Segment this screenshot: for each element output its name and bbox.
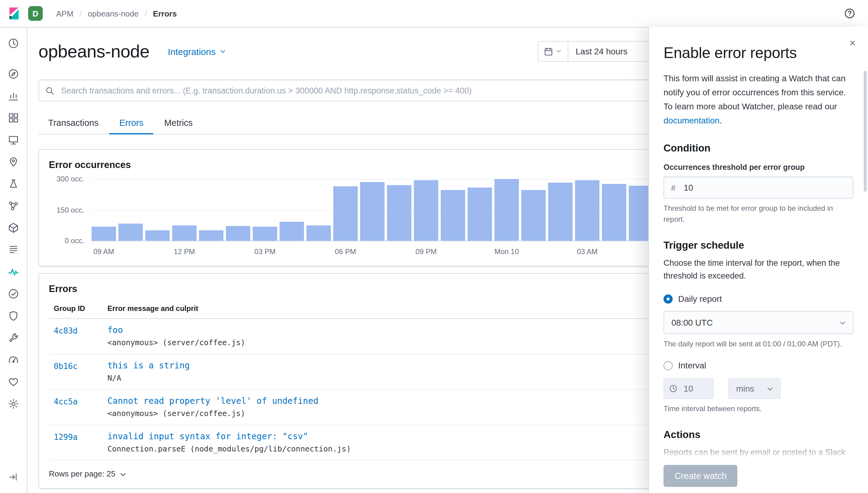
page-title: opbeans-node [39,40,150,63]
rows-per-page-label: Rows per page: 25 [49,469,115,478]
breadcrumb: APM / opbeans-node / Errors [56,9,177,18]
chart-x-axis: 09 AM12 PM03 PM06 PM09 PMMon 1003 AM [92,245,663,257]
rows-per-page-button[interactable]: Rows per page: 25 [49,460,126,478]
dashboard-icon[interactable] [2,107,24,129]
infrastructure-icon[interactable] [2,217,24,239]
error-group-link[interactable]: 0b16c [54,360,77,371]
threshold-label: Occurrences threshold per error group [663,164,853,172]
collapse-menu-icon[interactable] [2,466,24,488]
app-root: D APM / opbeans-node / Errors [0,0,868,493]
logs-icon[interactable] [2,239,24,261]
tab-transactions[interactable]: Transactions [39,112,108,134]
chart-bar [226,226,250,241]
siem-icon[interactable] [2,305,24,327]
chart-bar [172,226,197,241]
kibana-logo[interactable] [0,0,28,27]
trigger-schedule-heading: Trigger schedule [663,240,853,251]
flyout-scrollbar[interactable] [864,71,867,192]
machine-learning-icon[interactable] [2,173,24,195]
flyout-footer: Create watch [649,459,868,493]
quick-select-button[interactable] [539,42,568,61]
help-icon[interactable] [841,5,858,22]
threshold-help: Threshold to be met for error group to b… [663,203,853,225]
clock-icon [664,384,682,393]
x-tick-label: 03 PM [254,248,275,256]
error-group-link[interactable]: 4c83d [54,325,77,336]
tab-metrics[interactable]: Metrics [155,112,202,134]
tab-errors[interactable]: Errors [110,112,153,134]
daily-report-label: Daily report [678,294,722,304]
chevron-down-icon [220,48,226,55]
column-header-message[interactable]: Error message and culprit [108,304,663,313]
enable-error-reports-flyout: ✕ Enable error reports This form will as… [648,27,868,493]
x-tick-label: 12 PM [174,248,195,256]
actions-description: Reports can be sent by email or posted t… [663,447,853,459]
chevron-down-icon [767,385,773,392]
chart-y-axis: 300 occ.150 occ.0 occ. [49,179,84,241]
chart-bar [360,182,385,241]
interval-label: Interval [678,360,706,370]
error-culprit: <anonymous> (server/coffee.js) [108,338,663,347]
intro-text: This form will assist in creating a Watc… [663,73,846,111]
interval-help: Time interval between reports. [663,403,853,414]
canvas-icon[interactable] [2,129,24,151]
uptime-icon[interactable] [2,283,24,305]
tabs: Transactions Errors Metrics [39,112,673,134]
interval-radio[interactable]: Interval [663,360,853,370]
space-avatar[interactable]: D [28,6,43,21]
interval-unit-select[interactable]: mins [728,378,781,399]
table-row: 4cc5aCannot read property 'level' of und… [49,390,663,425]
discover-icon[interactable] [2,63,24,85]
breadcrumb-apm[interactable]: APM [56,9,73,18]
breadcrumb-service[interactable]: opbeans-node [88,9,139,18]
chart-bar [118,223,143,241]
maps-icon[interactable] [2,151,24,173]
create-watch-button[interactable]: Create watch [663,465,738,487]
table-row: 4c83dfoo<anonymous> (server/coffee.js) [49,319,663,354]
graph-icon[interactable] [2,195,24,217]
interval-value-field [663,378,713,399]
integrations-dropdown[interactable]: Integrations [168,46,226,57]
threshold-input[interactable] [682,183,853,193]
x-tick-label: Mon 10 [495,248,519,256]
chart-bar [145,230,170,241]
time-range-button[interactable]: Last 24 hours [568,42,635,61]
error-message-link[interactable]: invalid input syntax for integer: "csv" [108,431,663,441]
documentation-link[interactable]: documentation [663,116,720,126]
apm-icon[interactable] [2,261,24,283]
daily-time-value: 08:00 UTC [671,318,713,327]
visualize-icon[interactable] [2,85,24,107]
management-icon[interactable] [2,393,24,415]
recently-viewed-icon[interactable] [2,33,24,55]
interval-unit-value: mins [736,384,754,393]
error-message-link[interactable]: foo [108,325,663,335]
error-message-link[interactable]: Cannot read property 'level' of undefine… [108,396,663,406]
threshold-field: # [663,177,853,199]
error-message-link[interactable]: this is a string [108,360,663,370]
chart-bar [575,180,599,241]
interval-value-input[interactable] [682,383,713,394]
trigger-description: Choose the time interval for the report,… [663,257,853,283]
chart-plot-area[interactable] [92,179,663,241]
dev-tools-icon[interactable] [2,327,24,349]
error-group-link[interactable]: 4cc5a [54,396,77,406]
error-group-link[interactable]: 1299a [54,431,77,442]
errors-table-panel: Errors Group ID Error message and culpri… [39,273,673,489]
integrations-label: Integrations [168,46,216,57]
error-occurrences-chart: 300 occ.150 occ.0 occ. 09 AM12 PM03 PM06… [49,179,663,257]
errors-table-title: Errors [49,283,663,295]
search-input[interactable] [60,85,667,95]
close-icon[interactable]: ✕ [849,39,856,47]
daily-report-radio[interactable]: Daily report [663,294,853,304]
daily-time-select[interactable]: 08:00 UTC [663,311,853,334]
chart-bar [602,184,626,241]
error-culprit: <anonymous> (server/coffee.js) [108,409,663,418]
daily-report-help: The daily report will be sent at 01:00 /… [663,339,853,349]
chart-bar [253,227,277,241]
watcher-icon[interactable] [2,371,24,393]
column-header-group-id[interactable]: Group ID [49,304,108,313]
app-nav-sidebar [0,27,27,493]
actions-heading: Actions [663,429,853,441]
kibana-logo-icon [7,6,21,21]
monitoring-icon[interactable] [2,349,24,371]
